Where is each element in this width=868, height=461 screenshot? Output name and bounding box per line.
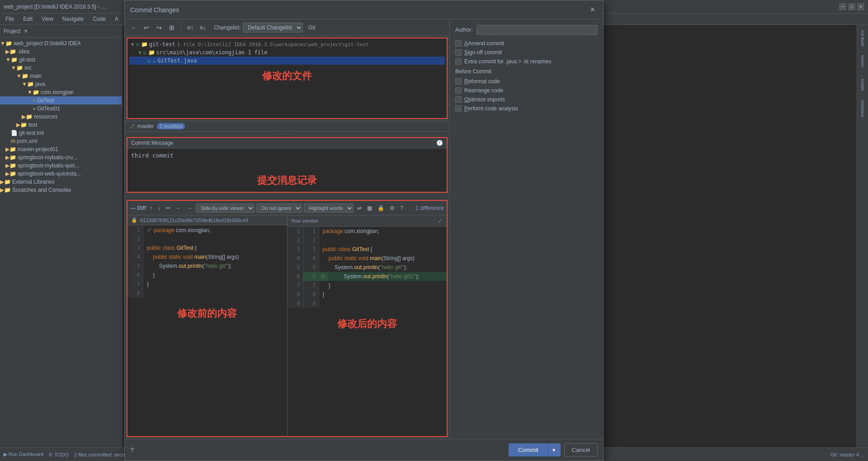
tree-gitTest01[interactable]: ● GitTest01 (0, 105, 122, 113)
diff-left-line-7: 7 } (127, 280, 287, 289)
tree-main[interactable]: ▼📁 main (0, 72, 122, 80)
tree-resources[interactable]: ▶📁 resources (0, 113, 122, 121)
lock-icon: 🔒 (131, 217, 137, 223)
diff-next-btn[interactable]: ↓ (156, 204, 162, 212)
close-button[interactable]: × (857, 3, 864, 10)
clock-icon: 🕐 (436, 140, 443, 146)
split-toolbar-btn[interactable]: ⊞ (166, 22, 177, 33)
commit-dropdown-button[interactable]: ▼ (547, 444, 560, 456)
modified-badge: 1 modified (157, 123, 185, 129)
tree-git-iml[interactable]: 📄 git-test.iml (0, 129, 122, 137)
sort-toolbar-btn[interactable]: ≡↑ (185, 22, 196, 33)
branch-bar: ⎇ master 1 modified (125, 121, 449, 132)
diff-checkbox-6[interactable]: ☑ (319, 272, 328, 281)
database-tool[interactable]: Database (858, 97, 868, 120)
minimize-button[interactable]: ─ (839, 3, 846, 10)
diff-lock-btn[interactable]: 🔒 (376, 204, 386, 212)
diff-right-line-6: 6 6 ☑ System.out.println("hello git1!"); (288, 272, 447, 281)
file-row-src-path[interactable]: ▼ ☑ 📁 src\main\java\com\xiongjian 1 file (129, 48, 445, 57)
diff-back-btn[interactable]: ← (174, 204, 183, 212)
right-check-icon: ✓ (438, 217, 443, 224)
diff-right-line-2: 2 2 (288, 236, 447, 245)
diff-side-btn[interactable]: ▦ (365, 204, 374, 212)
diff-help-btn[interactable]: ? (398, 204, 405, 212)
back-toolbar-btn[interactable]: ← (128, 22, 139, 33)
tree-springboot-web[interactable]: ▶📁 springboot-web-quicksta... (0, 170, 122, 178)
todo-btn[interactable]: 6: TODO (49, 452, 69, 457)
menu-edit[interactable]: Edit (21, 15, 34, 23)
diff-left-line-5: 5 System.out.println("hello git!"); (127, 261, 287, 271)
option-signoff: Sign-off commit (455, 49, 598, 56)
run-dashboard-btn[interactable]: ▶ Run Dashboard (4, 451, 43, 457)
divider-handle-2[interactable]: · · · · · (125, 195, 449, 198)
commit-message-section: Commit Message 🕐 third commit 提交消息记录 (127, 137, 448, 193)
diff-left-line-6: 6 } (127, 271, 287, 280)
rearrange-checkbox[interactable] (455, 87, 462, 94)
tree-git-test[interactable]: ▼📁 git-test (0, 56, 122, 64)
optimize-checkbox[interactable] (455, 96, 462, 103)
cancel-button[interactable]: Cancel (564, 443, 598, 456)
dialog-close-button[interactable]: × (587, 4, 598, 15)
changelist-select[interactable]: Default Changelist (243, 23, 303, 33)
tree-web-project[interactable]: ▼📁 web_project D:\IntelliJ IDEA (0, 39, 122, 48)
diff-left-line-2: 2 (127, 234, 287, 243)
diff-prev-btn[interactable]: ↑ (148, 204, 154, 212)
commit-button[interactable]: Commit (509, 444, 547, 456)
dialog-footer: ? Commit ▼ Cancel (125, 439, 603, 461)
tree-test[interactable]: ▶📁 test (0, 121, 122, 129)
extra-label: Extra commit for .java > .kt renames (464, 58, 551, 65)
maven-tool[interactable]: Maven (858, 50, 868, 73)
author-input[interactable] (476, 25, 598, 35)
author-label: Author: (455, 27, 473, 33)
file-row-git-test[interactable]: ▼ ☑ 📁 git-test 1 file D:\IntelliJ IDEA 2… (129, 40, 445, 48)
signoff-checkbox[interactable] (455, 49, 462, 56)
diff-edit-btn[interactable]: ✏ (164, 204, 172, 212)
diff-sync-btn[interactable]: ⇌ (355, 204, 363, 212)
tree-springboot-mybatis-cru[interactable]: ▶📁 springboot-mybatis-cru... (0, 153, 122, 162)
gradle-tool[interactable]: Gradle (858, 74, 868, 96)
diff-left-line-3: 3 public class GitTest { (127, 243, 287, 252)
redo-toolbar-btn[interactable]: ↪ (154, 22, 165, 33)
analysis-label: Perform code analysis (464, 105, 518, 112)
diff-settings-btn[interactable]: ⚙ (388, 204, 396, 212)
menu-code[interactable]: Code (91, 15, 108, 23)
maximize-button[interactable]: □ (848, 3, 855, 10)
analysis-checkbox[interactable]: ✓ (455, 105, 462, 112)
footer-help-button[interactable]: ? (130, 447, 134, 454)
menu-a[interactable]: A (113, 15, 120, 23)
diff-ignore-select[interactable]: Do not ignore (256, 204, 302, 213)
extra-checkbox[interactable] (455, 58, 462, 65)
tree-pom[interactable]: m pom.xml (0, 137, 122, 145)
commit-msg-annotation: 提交消息记录 (127, 174, 447, 187)
diff-right-annotation: 修改后的内容 (288, 317, 447, 331)
tree-idea[interactable]: ▶📁 .idea (0, 48, 122, 56)
diff-viewer-select[interactable]: Side-by-side viewer (196, 204, 255, 213)
undo-toolbar-btn[interactable]: ↩ (141, 22, 152, 33)
diff-fwd-btn[interactable]: → (185, 204, 194, 212)
file-row-gitjava[interactable]: ☑ ☕ GitTest.java (129, 57, 445, 65)
git-status: Git: master 4 ... (830, 452, 864, 457)
reformat-checkbox[interactable] (455, 78, 462, 85)
menu-navigate[interactable]: Navigate (61, 15, 85, 23)
tree-maven[interactable]: ▶📁 maven-project01 (0, 145, 122, 153)
ant-build-tool[interactable]: Ant Build (858, 27, 868, 49)
diff-toolbar: — Diff ↑ ↓ ✏ ← → Side-by-side viewer Do … (127, 201, 447, 215)
menu-view[interactable]: View (40, 15, 55, 23)
diff-section: — Diff ↑ ↓ ✏ ← → Side-by-side viewer Do … (127, 200, 448, 437)
amend-checkbox[interactable] (455, 40, 462, 47)
commit-message-input[interactable]: third commit (127, 148, 447, 169)
menu-file[interactable]: File (4, 15, 16, 23)
branch-name: master (137, 123, 154, 129)
tree-external-libraries[interactable]: ▶📁 External Libraries (0, 178, 122, 186)
tree-scratches[interactable]: ▶📁 Scratches and Consoles (0, 186, 122, 194)
divider-handle-1[interactable]: · · · · · (125, 132, 449, 135)
tree-src[interactable]: ▼📁 src (0, 64, 122, 72)
diff-highlight-select[interactable]: Highlight words (304, 204, 354, 213)
tree-gittest[interactable]: ● GitTest (0, 96, 122, 105)
tree-springboot-mybatis-quic[interactable]: ▶📁 springboot-mybatis-quic... (0, 162, 122, 170)
ide-title: web_project [D:\IntelliJ IDEA 2018.3.5] … (4, 4, 105, 10)
tree-java[interactable]: ▼📁 java (0, 80, 122, 88)
tree-com-xiongjian[interactable]: ▼📁 com.xiongjian (0, 88, 122, 96)
filter-toolbar-btn[interactable]: ≡↓ (198, 22, 208, 33)
optimize-label: Optimize imports (464, 96, 505, 103)
